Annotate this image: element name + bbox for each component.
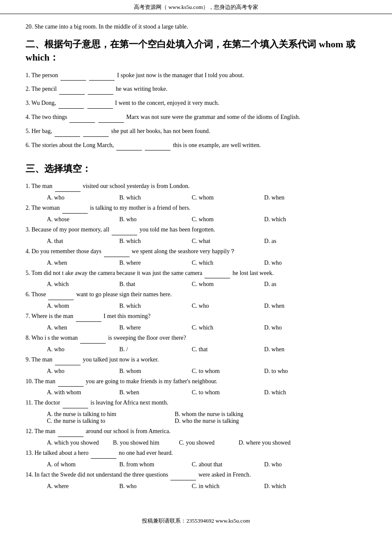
section3-title: 三、选择填空： xyxy=(26,162,366,175)
intro-sentence: 20. She came into a big room. In the mid… xyxy=(26,23,366,30)
blank-2-4a xyxy=(69,112,95,123)
mc-q9: 9. The man you talked just now is a work… xyxy=(26,355,366,365)
mc-q6-options: A. whom B. which C. who D. when xyxy=(47,303,366,309)
mc-q8: 8. Who i s the woman is sweeping the flo… xyxy=(26,333,366,344)
mc-q11-options: A. the nurse is talking to him B. whom t… xyxy=(47,411,366,425)
mc-q8-options: A. who B. / C. that D. when xyxy=(47,346,366,353)
mc-q13: 13. He talked about a hero no one had ev… xyxy=(26,448,366,459)
blank-2-1a xyxy=(61,70,86,81)
blank-2-3b xyxy=(87,98,113,109)
section2-q3: 3. Wu Dong, I went to the concert, enjoy… xyxy=(26,98,366,109)
blank-2-2b xyxy=(88,84,113,95)
blank-3-10 xyxy=(58,376,84,387)
mc-q5: 5. Tom did not t ake away the camera bec… xyxy=(26,268,366,279)
blank-3-1 xyxy=(55,181,81,192)
section2-title-text: 二、根据句子意思，在第一个空白处填入介词，在第二个填入关系代词 whom 或 w… xyxy=(26,39,355,63)
mc-q14-options: A. where B. who C. in which D. which xyxy=(47,483,366,490)
page-footer: 投稿兼职请联系：2355394692 www.ks5u.com xyxy=(0,509,392,525)
page-content: 20. She came into a big room. In the mid… xyxy=(0,19,392,504)
blank-3-5 xyxy=(205,268,230,279)
blank-3-11 xyxy=(63,398,88,408)
blank-2-5b xyxy=(83,126,109,137)
mc-q7-options: A. when B. where C. which D. who xyxy=(47,324,366,331)
mc-q1: 1. The man visited our school yesterday … xyxy=(26,181,366,192)
mc-q3-options: A. that B. which C. what D. as xyxy=(47,238,366,245)
blank-3-6 xyxy=(48,289,74,300)
mc-q4-options: A. when B. where C. which D. who xyxy=(47,260,366,266)
mc-q2-options: A. whose B. who C. whom D. which xyxy=(47,216,366,223)
mc-q10: 10. The man you are going to make friend… xyxy=(26,376,366,387)
blank-2-5a xyxy=(55,126,80,137)
mc-q9-options: A. who B. whom C. to whom D. to who xyxy=(47,368,366,375)
mc-q6: 6. Those want to go please sign their na… xyxy=(26,289,366,300)
blank-2-3a xyxy=(58,98,84,109)
blank-3-3 xyxy=(112,225,137,235)
blank-2-2a xyxy=(59,84,85,95)
mc-q12: 12. The man around our school is from Am… xyxy=(26,426,366,437)
mc-q1-options: A. who B. which C. whom D. when xyxy=(47,194,366,201)
blank-3-13 xyxy=(91,448,116,459)
blank-2-1b xyxy=(89,70,115,81)
mc-q10-options: A. with whom B. when C. to whom D. which xyxy=(47,389,366,396)
section2-q1: 1. The person I spoke just now is the ma… xyxy=(26,70,366,81)
blank-3-9 xyxy=(55,355,81,365)
section2-title: 二、根据句子意思，在第一个空白处填入介词，在第二个填入关系代词 whom 或 w… xyxy=(26,38,366,64)
section2-q5: 5. Her bag, she put all her books, has n… xyxy=(26,126,366,137)
blank-3-8 xyxy=(80,333,106,344)
blank-3-14 xyxy=(170,470,196,480)
blank-2-6b xyxy=(145,140,170,151)
blank-2-4b xyxy=(98,112,124,123)
section2-q6: 6. The stories about the Long March, thi… xyxy=(26,140,366,151)
mc-q12-options: A. which you showed B. you showed him C.… xyxy=(47,439,366,446)
footer-text: 投稿兼职请联系：2355394692 www.ks5u.com xyxy=(142,517,250,524)
mc-q5-options: A. which B. that C. whom D. as xyxy=(47,281,366,288)
header-text: 高考资源网（ www.ks5u.com），您身边的高考专家 xyxy=(134,4,258,10)
section2-q2: 2. The pencil he was writing broke. xyxy=(26,84,366,95)
mc-q2: 2. The woman is talking to my mother is … xyxy=(26,203,366,214)
mc-q13-options: A. of whom B. from whom C. about that D.… xyxy=(47,461,366,468)
blank-3-2 xyxy=(62,203,88,214)
mc-q11: 11. The doctor is leaving for Africa nex… xyxy=(26,398,366,408)
blank-3-4 xyxy=(104,246,130,257)
mc-q3: 3. Because of my poor memory, all you to… xyxy=(26,225,366,235)
page-header: 高考资源网（ www.ks5u.com），您身边的高考专家 xyxy=(0,0,392,14)
mc-q4: 4. Do you remember those days we spent a… xyxy=(26,246,366,257)
blank-3-7 xyxy=(76,311,101,322)
mc-q14: 14. In fact the Swede did not understand… xyxy=(26,470,366,480)
blank-3-12 xyxy=(58,426,84,437)
blank-2-6a xyxy=(116,140,142,151)
mc-q7: 7. Where is the man I met this morning? xyxy=(26,311,366,322)
section2-q4: 4. The two things Marx was not sure were… xyxy=(26,112,366,123)
